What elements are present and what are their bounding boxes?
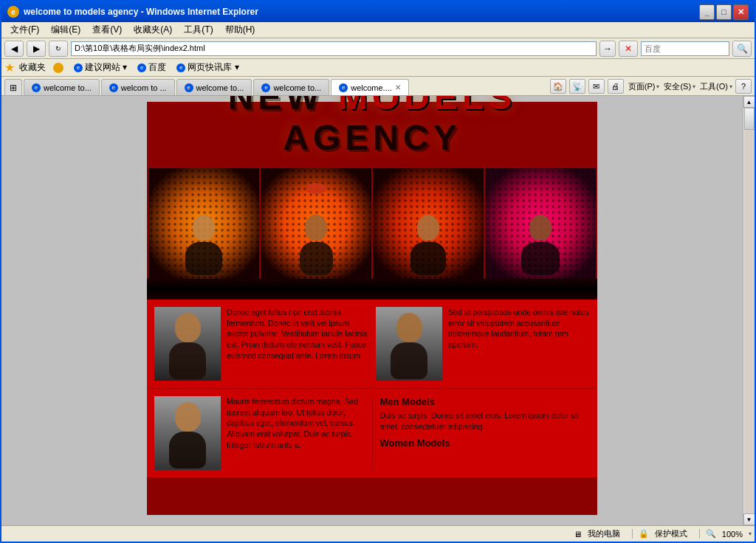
fav-news-label: 网页快讯库 ▾ [188,61,238,74]
tab-5-label: welcome.... [351,83,392,92]
tab-grid-button[interactable]: ⊞ [4,79,22,95]
fav-item-suggest[interactable]: e 建议网站 ▾ [71,61,130,74]
close-button[interactable]: ✕ [733,4,749,20]
fav-suggest-label: 建议网站 ▾ [85,61,127,74]
security-zone: 🔒 [632,529,649,539]
title-agency: AGENCY [283,118,461,157]
content-area: ✦ ✦ NEW MODELS AGENCY NEW MODELS AGENCY [1,96,755,525]
help-button[interactable]: ? [735,79,752,94]
tab-1-label: welcome to... [44,83,92,92]
page-dropdown[interactable]: 页面(P) ▾ [627,81,660,92]
site-title: NEW MODELS AGENCY [154,96,590,158]
tab-4-icon: e [261,83,270,92]
model-card-4[interactable] [485,168,596,279]
portrait-1 [154,307,221,381]
portrait-3 [154,396,221,470]
model-card-2[interactable] [261,168,371,279]
menu-favorites[interactable]: 收藏夹(A) [128,22,178,38]
menu-file[interactable]: 文件(F) [4,22,45,38]
tab-3[interactable]: e welcome to... [176,79,252,95]
menu-bar: 文件(F) 编辑(E) 查看(V) 收藏夹(A) 工具(T) 帮助(H) [1,22,755,38]
tools-label: 工具(O) [698,81,729,92]
menu-tools[interactable]: 工具(T) [178,22,219,38]
forward-button[interactable]: ▶ [27,41,46,57]
tab-2-icon: e [109,83,118,92]
separator-bar [147,279,597,300]
title-bar: e welcome to models agency - Windows Int… [1,1,755,22]
tab-bar-toolbar: 🏠 📡 ✉ 🖨 页面(P) ▾ 安全(S) ▾ 工具(O) ▾ ? [550,79,752,95]
tab-3-icon: e [185,83,193,92]
back-button[interactable]: ◀ [4,41,24,57]
hat [306,183,326,194]
security-label: 安全(S) [662,81,693,92]
menu-view[interactable]: 查看(V) [86,22,128,38]
security-dropdown[interactable]: 安全(S) ▾ [662,81,695,92]
tools-dropdown[interactable]: 工具(O) ▾ [698,81,732,92]
tab-2-label: welcom to ... [121,83,167,92]
menu-edit[interactable]: 编辑(E) [45,22,86,38]
favorites-bar: ★ 收藏夹 e 建议网站 ▾ e 百度 e 网页快讯库 ▾ [1,59,755,77]
section-text-1: Donec eget tellus non erat lacinia ferme… [227,307,368,381]
status-right: 🖥 我的电脑 🔒 保护模式 🔍 100% ▾ [574,528,752,539]
search-input[interactable] [641,41,729,56]
page-arrow-icon: ▾ [656,83,659,90]
protection-label: 保护模式 [655,528,687,539]
zoom-arrow-icon: ▾ [749,530,752,537]
title-new: NEW [228,96,324,117]
minimize-button[interactable]: _ [699,4,715,20]
model-card-1[interactable] [148,168,259,279]
refresh-button[interactable]: ↻ [49,41,68,57]
tab-1-icon: e [32,83,41,92]
go-button[interactable]: → [599,41,616,57]
status-text: 我的电脑 [588,528,620,539]
mail-button[interactable]: ✉ [588,79,605,94]
women-models-title: Women Models [380,437,591,449]
fav-item-star[interactable] [50,63,66,73]
computer-icon: 🖥 [574,530,582,539]
menu-help[interactable]: 帮助(H) [219,22,261,38]
tab-2[interactable]: e welcom to ... [101,79,175,95]
address-input[interactable] [71,41,597,56]
content-block-left: Donec eget tellus non erat lacinia ferme… [154,307,368,381]
portrait-figure-3 [154,396,221,470]
content-section-1: Donec eget tellus non erat lacinia ferme… [147,300,597,388]
zoom-icon: 🔍 [699,529,716,539]
tab-5-icon: e [339,83,348,92]
favorites-star-icon: ★ [4,60,15,75]
security-arrow-icon: ▾ [693,83,695,90]
portrait-figure-1 [154,307,221,381]
search-button[interactable]: 🔍 [732,41,752,57]
page-label: 页面(P) [627,81,657,92]
scroll-track[interactable] [744,108,755,513]
tab-4[interactable]: e welcome to... [253,79,329,95]
scroll-thumb[interactable] [744,108,755,130]
model-figure-4 [485,168,596,279]
site-container: ✦ ✦ NEW MODELS AGENCY NEW MODELS AGENCY [147,102,597,515]
fav-e-icon-2: e [137,63,146,72]
window-controls: _ □ ✕ [699,4,749,20]
men-models-title: Men Models [380,396,591,407]
browser-icon: e [7,6,19,18]
tab-1[interactable]: e welcome to... [24,79,100,95]
home-button[interactable]: 🏠 [550,79,566,94]
fav-item-baidu[interactable]: e 百度 [134,61,169,74]
tab-5[interactable]: e welcome.... ✕ [331,79,409,95]
model-figure-2 [261,168,371,279]
tab-3-label: welcome to... [196,83,244,92]
stop-button[interactable]: ✕ [619,41,638,57]
address-bar: ◀ ▶ ↻ → ✕ 🔍 [1,38,755,59]
fav-item-news[interactable]: e 网页快讯库 ▾ [173,61,241,74]
scroll-up-button[interactable]: ▲ [743,96,755,108]
rss-button[interactable]: 📡 [569,79,585,94]
maximize-button[interactable]: □ [716,4,732,20]
site-header: ✦ ✦ NEW MODELS AGENCY NEW MODELS AGENCY [147,102,597,168]
portrait-figure-2 [376,307,442,381]
section-text-2: Sed ut perspiciatis unde omnis iste natu… [448,307,590,381]
model-card-3[interactable] [373,168,484,279]
model-figure-3 [373,168,484,279]
scroll-down-button[interactable]: ▼ [743,513,755,525]
webpage[interactable]: ✦ ✦ NEW MODELS AGENCY NEW MODELS AGENCY [1,96,743,525]
tab-5-close[interactable]: ✕ [395,83,401,91]
print-button[interactable]: 🖨 [608,79,624,94]
title-models: MODELS [338,96,516,117]
